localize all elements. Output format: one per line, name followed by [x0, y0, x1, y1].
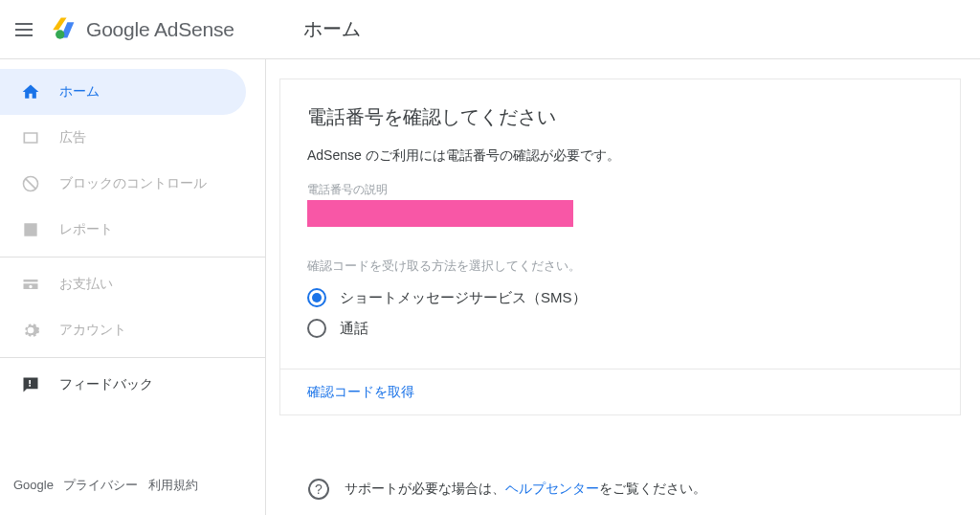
sidebar-item-label: フィードバック [59, 376, 153, 393]
footer-google-label: Google [13, 478, 54, 492]
product-logo[interactable]: Google AdSense [52, 14, 234, 45]
feedback-icon [21, 375, 40, 394]
radio-option-sms[interactable]: ショートメッセージサービス（SMS） [307, 288, 933, 307]
card-action-bar: 確認コードを取得 [280, 369, 960, 414]
ads-icon [21, 128, 40, 147]
sidebar-item-label: ホーム [59, 83, 100, 101]
verification-method-label: 確認コードを受け取る方法を選択してください。 [307, 258, 933, 275]
sidebar-item-label: ブロックのコントロール [59, 175, 207, 192]
phone-verification-card: 電話番号を確認してください AdSense のご利用には電話番号の確認が必要です… [279, 78, 961, 415]
block-icon [21, 174, 40, 193]
sidebar-item-label: 広告 [59, 129, 86, 146]
sidebar-item-label: お支払い [59, 276, 113, 293]
phone-field-label: 電話番号の説明 [307, 182, 933, 198]
nav-list: ホーム 広告 ブロックのコントロール レポート [0, 69, 265, 467]
radio-label: 通話 [340, 320, 368, 338]
privacy-link[interactable]: プライバシー [63, 478, 138, 492]
help-icon: ? [308, 479, 329, 500]
app-header: Google AdSense ホーム [0, 0, 980, 59]
terms-link[interactable]: 利用規約 [148, 478, 198, 492]
footer-links: Google プライバシー 利用規約 [0, 467, 265, 515]
sidebar: ホーム 広告 ブロックのコントロール レポート [0, 59, 266, 515]
sidebar-item-label: アカウント [59, 322, 126, 339]
card-title: 電話番号を確認してください [307, 104, 933, 130]
hamburger-menu-icon[interactable] [15, 18, 38, 41]
radio-label: ショートメッセージサービス（SMS） [340, 289, 587, 307]
sidebar-item-blocking[interactable]: ブロックのコントロール [0, 161, 246, 207]
home-icon [21, 82, 40, 101]
support-text: サポートが必要な場合は、ヘルプセンターをご覧ください。 [345, 481, 706, 498]
main-content: 電話番号を確認してください AdSense のご利用には電話番号の確認が必要です… [266, 59, 980, 515]
sidebar-item-label: レポート [59, 221, 113, 238]
page-title: ホーム [303, 16, 361, 42]
logo-text: Google AdSense [86, 18, 234, 41]
sidebar-item-account[interactable]: アカウント [0, 307, 246, 353]
content-area: ホーム 広告 ブロックのコントロール レポート [0, 59, 980, 515]
sidebar-item-feedback[interactable]: フィードバック [0, 362, 246, 408]
payments-icon [21, 275, 40, 294]
sidebar-item-payments[interactable]: お支払い [0, 261, 246, 307]
adsense-logo-icon [52, 14, 78, 45]
sidebar-item-home[interactable]: ホーム [0, 69, 246, 115]
gear-icon [21, 321, 40, 340]
sidebar-item-reports[interactable]: レポート [0, 207, 246, 253]
card-description: AdSense のご利用には電話番号の確認が必要です。 [307, 147, 933, 165]
radio-icon [307, 319, 326, 338]
nav-divider [0, 357, 265, 358]
radio-option-call[interactable]: 通話 [307, 319, 933, 338]
get-code-button[interactable]: 確認コードを取得 [307, 384, 414, 399]
reports-icon [21, 220, 40, 239]
card-body: 電話番号を確認してください AdSense のご利用には電話番号の確認が必要です… [280, 79, 960, 369]
sidebar-item-ads[interactable]: 広告 [0, 115, 246, 161]
nav-divider [0, 257, 265, 258]
support-row: ? サポートが必要な場合は、ヘルプセンターをご覧ください。 [279, 463, 961, 515]
radio-icon [307, 288, 326, 307]
svg-point-0 [56, 30, 64, 38]
phone-number-input[interactable] [307, 200, 573, 227]
help-center-link[interactable]: ヘルプセンター [505, 481, 599, 496]
